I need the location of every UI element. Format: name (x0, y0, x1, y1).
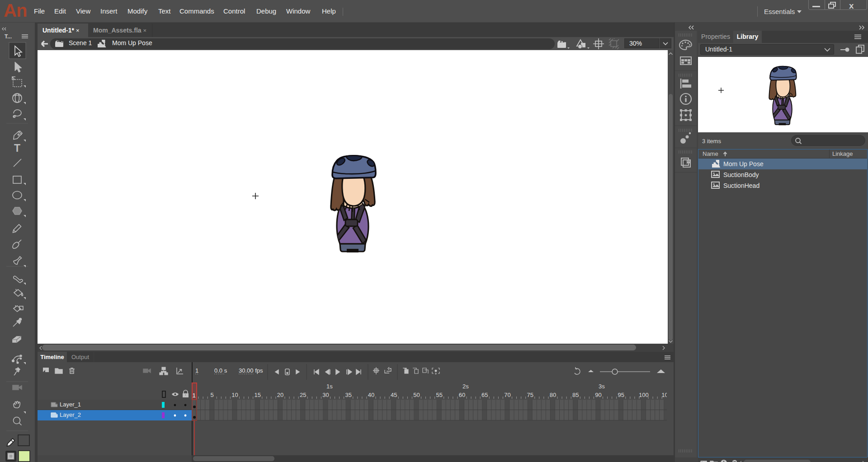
svg-text:40: 40 (368, 392, 374, 398)
svg-text:20: 20 (277, 392, 283, 398)
svg-text:95: 95 (618, 392, 624, 398)
svg-text:85: 85 (572, 392, 579, 398)
svg-text:2s: 2s (462, 383, 469, 390)
svg-text:25: 25 (300, 392, 306, 398)
svg-text:80: 80 (550, 392, 556, 398)
svg-text:100: 100 (639, 392, 649, 398)
svg-text:45: 45 (391, 392, 397, 398)
svg-text:65: 65 (481, 392, 488, 398)
svg-text:1: 1 (195, 367, 198, 374)
svg-text:60: 60 (459, 392, 465, 398)
svg-text:T...: T... (5, 33, 12, 40)
svg-text:15: 15 (254, 392, 260, 398)
svg-text:0.0 s: 0.0 s (214, 367, 227, 374)
svg-text:90: 90 (595, 392, 601, 398)
svg-text:T: T (14, 142, 20, 154)
svg-text:35: 35 (345, 392, 351, 398)
svg-text:70: 70 (504, 392, 510, 398)
svg-text:10: 10 (231, 392, 238, 398)
svg-text:5: 5 (211, 392, 214, 398)
svg-text:30: 30 (322, 392, 329, 398)
svg-text:30.00 fps: 30.00 fps (239, 367, 263, 374)
svg-text:3s: 3s (599, 383, 605, 390)
svg-text:1s: 1s (326, 383, 333, 390)
svg-text:1: 1 (192, 392, 195, 399)
svg-text:55: 55 (436, 392, 442, 398)
svg-text:105: 105 (661, 392, 671, 398)
svg-text:50: 50 (413, 392, 420, 398)
svg-text:75: 75 (527, 392, 533, 398)
